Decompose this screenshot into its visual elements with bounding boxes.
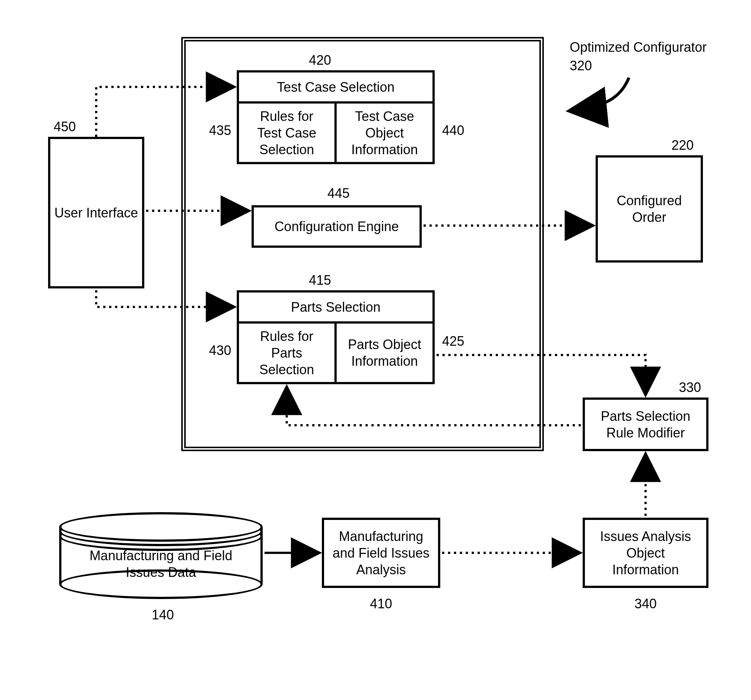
parts-object-ref: 425 — [438, 333, 468, 350]
rule-modifier-ref: 330 — [673, 379, 706, 396]
test-case-object-ref: 440 — [438, 122, 468, 139]
issues-data-cylinder: Manufacturing and Field Issues Data — [59, 512, 263, 599]
parts-selection-header: Parts Selection — [237, 290, 435, 324]
user-interface-label: User Interface — [54, 205, 138, 221]
user-interface-box: User Interface — [48, 137, 144, 288]
issues-analysis-box: Manufacturing and Field Issues Analysis — [322, 518, 440, 588]
annotation-ref: 320 — [570, 57, 607, 74]
configured-order-box: Configured Order — [596, 155, 703, 262]
test-case-rules-label: Rules for Test Case Selection — [257, 108, 316, 158]
parts-rules-label: Rules for Parts Selection — [259, 328, 314, 378]
config-engine-ref: 445 — [322, 185, 355, 202]
test-case-selection-header: Test Case Selection — [237, 70, 435, 103]
config-engine-box: Configuration Engine — [252, 205, 422, 248]
issues-analysis-ref: 410 — [365, 595, 398, 612]
rule-modifier-box: Parts Selection Rule Modifier — [583, 398, 708, 451]
parts-rules-ref: 430 — [206, 342, 235, 359]
rule-modifier-label: Parts Selection Rule Modifier — [601, 408, 690, 441]
test-case-rules-box: Rules for Test Case Selection — [237, 101, 337, 164]
test-case-object-box: Test Case Object Information — [334, 101, 435, 164]
test-case-object-label: Test Case Object Information — [351, 108, 418, 158]
parts-selection-header-label: Parts Selection — [291, 299, 380, 315]
config-engine-label: Configuration Engine — [275, 218, 399, 235]
issues-data-label: Manufacturing and Field Issues Data — [59, 547, 263, 581]
configured-order-ref: 220 — [666, 137, 699, 153]
parts-object-box: Parts Object Information — [334, 321, 435, 384]
issues-analysis-obj-box: Issues Analysis Object Information — [583, 518, 708, 588]
annotation-title: Optimized Configurator — [570, 39, 725, 56]
test-case-selection-header-label: Test Case Selection — [277, 79, 394, 96]
parts-rules-box: Rules for Parts Selection — [237, 321, 337, 384]
user-interface-ref: 450 — [48, 118, 81, 135]
parts-selection-ref: 415 — [303, 272, 337, 288]
issues-analysis-obj-label: Issues Analysis Object Information — [600, 528, 691, 578]
issues-analysis-label: Manufacturing and Field Issues Analysis — [332, 528, 430, 578]
test-case-rules-ref: 435 — [206, 122, 235, 139]
configured-order-label: Configured Order — [617, 192, 682, 225]
issues-data-ref: 140 — [146, 606, 179, 623]
test-case-selection-ref: 420 — [303, 52, 337, 68]
issues-analysis-obj-ref: 340 — [629, 595, 662, 612]
parts-object-label: Parts Object Information — [348, 336, 421, 369]
